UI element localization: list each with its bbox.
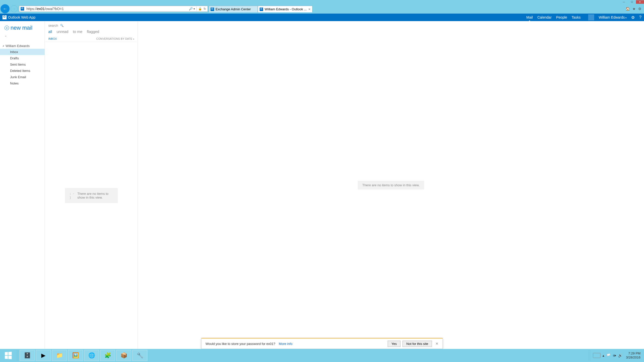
nav-calendar[interactable]: Calendar	[537, 15, 552, 19]
owa-header: Outlook Web App Mail Calendar People Tas…	[0, 14, 644, 21]
empty-list-placeholder: : - ) There are no items to show in this…	[65, 188, 118, 203]
taskbar-app-1[interactable]: 🖼️	[68, 350, 83, 361]
clock-time: 7:29 PM	[626, 351, 640, 355]
browser-address-bar[interactable]: https://ex01/owa/?bO=1 🔎 ▾ 🔒 ↻	[19, 6, 208, 12]
tab-label: William Edwards - Outlook ...	[265, 7, 307, 11]
browser-back-button[interactable]: ←	[1, 4, 10, 13]
tab-close-icon[interactable]: ✕	[308, 8, 311, 11]
pw-yes-button[interactable]: Yes	[388, 341, 400, 347]
window-maximize-button[interactable]	[628, 0, 636, 4]
divider	[45, 42, 137, 42]
folder-inbox[interactable]: Inbox	[0, 49, 45, 55]
pw-message: Would you like to store your password fo…	[206, 342, 275, 346]
list-header-folder: INBOX	[48, 37, 57, 40]
lock-icon[interactable]: 🔒	[198, 7, 202, 11]
folder-drafts[interactable]: Drafts	[0, 55, 45, 61]
tools-icon[interactable]: ⚙	[638, 7, 641, 11]
folder-sent[interactable]: Sent Items	[0, 61, 45, 68]
folder-junk[interactable]: Junk Email	[0, 74, 45, 80]
taskbar-divider	[17, 350, 18, 360]
help-icon[interactable]: ?	[639, 15, 641, 20]
tab-label: Exchange Admin Center	[216, 7, 251, 11]
search-icon[interactable]: 🔍	[60, 24, 64, 27]
favorites-icon[interactable]: ★	[632, 7, 636, 11]
plus-circle-icon: +	[5, 26, 9, 30]
taskbar-clock[interactable]: 7:29 PM 3/28/2016	[624, 351, 642, 359]
filter-tome[interactable]: to me	[73, 29, 83, 34]
address-favicon-icon	[20, 6, 25, 11]
tray-chevron-icon[interactable]: ▴	[602, 353, 604, 357]
settings-gear-icon[interactable]: ⚙	[631, 15, 635, 20]
search-input[interactable]: search	[48, 24, 58, 27]
folder-deleted[interactable]: Deleted Items	[0, 68, 45, 74]
taskbar-server-manager[interactable]: 🗄️	[20, 350, 35, 361]
browser-tabs: Exchange Admin Center William Edwards - …	[209, 5, 312, 12]
tray-flag-icon[interactable]: 🏳️	[606, 353, 611, 357]
reading-pane: There are no items to show in this view.	[138, 21, 644, 349]
system-tray: ▴ 🏳️ 🕪 🔊 7:29 PM 3/28/2016	[588, 350, 644, 360]
taskbar-app-2[interactable]: 🧩	[100, 350, 115, 361]
folder-sidebar: + new mail « William Edwards Inbox Draft…	[0, 21, 45, 349]
owa-logo-icon	[3, 15, 7, 19]
pw-close-icon[interactable]: ✕	[435, 342, 438, 346]
account-node[interactable]: William Edwards	[0, 43, 45, 49]
nav-tasks[interactable]: Tasks	[572, 15, 581, 19]
nav-people[interactable]: People	[556, 15, 567, 19]
folder-notes[interactable]: Notes	[0, 80, 45, 86]
filter-all[interactable]: all	[48, 29, 52, 34]
taskbar-ie[interactable]: 🌐	[84, 350, 99, 361]
browser-right-icons: 🏠 ★ ⚙	[626, 7, 644, 11]
message-filters: all unread to me flagged	[45, 28, 138, 36]
user-menu[interactable]: William Edwards	[599, 15, 627, 19]
nav-mail[interactable]: Mail	[526, 15, 533, 19]
owa-main: + new mail « William Edwards Inbox Draft…	[0, 21, 644, 349]
browser-tab-exchange-admin[interactable]: Exchange Admin Center	[209, 6, 258, 12]
owa-app-name: Outlook Web App	[8, 15, 35, 19]
address-url-text: https://ex01/owa/?bO=1	[25, 7, 187, 11]
owa-top-nav: Mail Calendar People Tasks William Edwar…	[526, 14, 641, 20]
tray-volume-icon[interactable]: 🔊	[618, 353, 622, 357]
search-dropdown-icon[interactable]: 🔎 ▾	[189, 7, 195, 11]
touch-keyboard-icon[interactable]	[593, 353, 600, 358]
avatar[interactable]	[588, 14, 594, 20]
password-store-notification: Would you like to store your password fo…	[201, 338, 443, 349]
tab-favicon-icon	[260, 8, 263, 11]
filter-unread[interactable]: unread	[57, 29, 68, 34]
pw-more-info-link[interactable]: More info	[279, 342, 292, 346]
taskbar-powershell[interactable]: ▶	[36, 350, 51, 361]
owa-logo[interactable]: Outlook Web App	[3, 15, 35, 19]
home-icon[interactable]: 🏠	[626, 7, 630, 11]
folder-tree: William Edwards Inbox Drafts Sent Items …	[0, 38, 45, 86]
taskbar-explorer[interactable]: 📁	[52, 350, 67, 361]
pw-not-for-site-button[interactable]: Not for this site	[403, 341, 432, 347]
start-button[interactable]	[1, 350, 16, 361]
taskbar-app-3[interactable]: 📦	[116, 350, 131, 361]
empty-list-text: There are no items to show in this view.	[77, 192, 113, 199]
filter-flagged[interactable]: flagged	[87, 29, 99, 34]
taskbar-app-4[interactable]: 🔧	[132, 350, 147, 361]
window-chrome	[0, 0, 644, 4]
windows-logo-icon	[5, 352, 12, 359]
message-list-header: INBOX CONVERSATIONS BY DATE	[45, 36, 138, 42]
tray-network-icon[interactable]: 🕪	[613, 353, 616, 357]
address-right-icons: 🔎 ▾ 🔒 ↻	[187, 7, 208, 11]
search-row: search 🔍	[45, 21, 138, 28]
window-minimize-button[interactable]	[620, 0, 628, 4]
refresh-icon[interactable]: ↻	[204, 7, 206, 11]
new-mail-button[interactable]: + new mail	[0, 21, 45, 34]
collapse-sidebar-button[interactable]: «	[0, 34, 45, 38]
new-mail-label: new mail	[11, 25, 32, 31]
list-sort-dropdown[interactable]: CONVERSATIONS BY DATE	[96, 37, 134, 40]
empty-reading-placeholder: There are no items to show in this view.	[358, 181, 424, 190]
browser-toolbar: ← → https://ex01/owa/?bO=1 🔎 ▾ 🔒 ↻ Excha…	[0, 4, 644, 14]
message-list-pane: search 🔍 all unread to me flagged INBOX …	[45, 21, 138, 349]
browser-tab-owa[interactable]: William Edwards - Outlook ... ✕	[258, 6, 312, 12]
tab-favicon-icon	[211, 8, 214, 11]
browser-forward-button[interactable]: →	[11, 5, 18, 12]
windows-taskbar: 🗄️ ▶ 📁 🖼️ 🌐 🧩 📦 🔧 ▴ 🏳️ 🕪 🔊 7:29 PM 3/28/…	[0, 349, 644, 362]
clock-date: 3/28/2016	[626, 355, 640, 359]
empty-face-icon: : - )	[69, 192, 74, 200]
window-close-button[interactable]	[636, 0, 644, 4]
taskbar-divider	[589, 350, 590, 360]
